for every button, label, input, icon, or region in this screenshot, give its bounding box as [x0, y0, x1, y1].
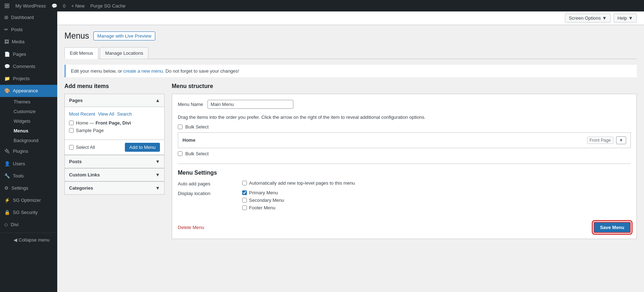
tab-manage-locations[interactable]: Manage Locations — [100, 47, 148, 59]
sidebar-item-dashboard[interactable]: ⊞ Dashboard — [0, 11, 57, 24]
page-item-sample-checkbox[interactable] — [69, 128, 74, 133]
pages-accordion-content: Most Recent View All Search Home — Front… — [65, 107, 164, 140]
screen-options-button[interactable]: Screen Options ▼ — [565, 14, 611, 23]
most-recent-tab[interactable]: Most Recent — [69, 111, 95, 117]
sidebar-item-themes[interactable]: Themes — [0, 97, 57, 107]
sidebar-item-widgets[interactable]: Widgets — [0, 116, 57, 126]
users-icon: 👤 — [4, 161, 10, 167]
sidebar-item-pages[interactable]: 📄 Pages — [0, 48, 57, 60]
wp-logo-icon[interactable]: ⊞ — [4, 2, 10, 10]
new-button[interactable]: + New — [71, 3, 84, 9]
delete-menu-link[interactable]: Delete Menu — [178, 225, 204, 230]
posts-accordion-toggle-icon: ▼ — [155, 159, 160, 164]
posts-accordion-header[interactable]: Posts ▼ — [65, 155, 164, 168]
page-title: Menus — [64, 31, 89, 42]
display-location-row: Display location Primary Menu Secondary … — [178, 190, 631, 210]
menu-settings-title: Menu Settings — [178, 170, 631, 176]
sidebar-item-sg-security[interactable]: 🔒 SG Security — [0, 206, 57, 219]
add-menu-items-panel: Add menu items Pages ▲ Most Recent View … — [64, 83, 165, 195]
save-menu-button[interactable]: Save Menu — [594, 222, 631, 233]
page-item-sample: Sample Page — [69, 128, 160, 133]
site-name[interactable]: My WordPress — [15, 3, 46, 9]
categories-accordion-header[interactable]: Categories ▼ — [65, 182, 164, 194]
sidebar-item-plugins[interactable]: 🔌 Plugins — [0, 145, 57, 157]
sidebar-item-comments[interactable]: 💬 Comments — [0, 60, 57, 73]
bulk-select-bottom-checkbox[interactable] — [178, 151, 182, 156]
pages-accordion: Pages ▲ Most Recent View All Search — [64, 94, 165, 155]
menu-item-home-badge: Front Page — [587, 137, 613, 144]
footer-menu-checkbox[interactable] — [242, 205, 247, 210]
custom-links-label: Custom Links — [69, 172, 100, 177]
bulk-select-top-checkbox[interactable] — [178, 125, 182, 129]
add-menu-items-title: Add menu items — [64, 83, 165, 89]
create-new-menu-link[interactable]: create a new menu — [123, 68, 163, 74]
menu-settings-section: Menu Settings Auto add pages Automatical… — [178, 164, 631, 210]
custom-links-accordion-header[interactable]: Custom Links ▼ — [65, 169, 164, 181]
pages-accordion-toggle-icon: ▲ — [155, 98, 160, 103]
sidebar-item-appearance[interactable]: 🎨 Appearance — [0, 85, 57, 97]
sg-security-icon: 🔒 — [4, 209, 10, 216]
categories-accordion: Categories ▼ — [64, 181, 165, 195]
auto-add-pages-label: Auto add pages — [178, 180, 235, 186]
sidebar-item-projects[interactable]: 📁 Projects — [0, 73, 57, 85]
bulk-select-bottom: Bulk Select — [178, 151, 631, 156]
menu-name-input[interactable] — [208, 100, 293, 109]
comments-nav-icon: 💬 — [4, 63, 10, 70]
menu-name-row: Menu Name — [178, 100, 631, 109]
auto-add-pages-checkbox[interactable] — [242, 181, 247, 185]
sidebar-item-settings[interactable]: ⚙ Settings — [0, 182, 57, 194]
screen-options-bar: Screen Options ▼ Help ▼ — [57, 11, 644, 25]
pages-accordion-header[interactable]: Pages ▲ — [65, 94, 164, 107]
page-item-home-checkbox[interactable] — [69, 121, 74, 125]
custom-links-toggle-icon: ▼ — [155, 172, 160, 177]
help-button[interactable]: Help ▼ — [614, 14, 637, 23]
live-preview-button[interactable]: Manage with Live Preview — [93, 31, 155, 40]
menu-structure-panel: Menu structure Menu Name Drag the items … — [172, 83, 637, 239]
sidebar-item-background[interactable]: Background — [0, 136, 57, 145]
sidebar-item-customize[interactable]: Customize — [0, 107, 57, 116]
menu-instruction: Drag the items into the order you prefer… — [178, 115, 631, 120]
divi-icon: ◇ — [4, 222, 8, 228]
sidebar-item-menus[interactable]: Menus — [0, 126, 57, 136]
main-wrapper: ⊞ Dashboard ✏ Posts 🖼 Media 📄 Pages 💬 Co… — [0, 0, 644, 292]
pages-accordion-footer: Select All Add to Menu — [65, 140, 164, 155]
comments-icon[interactable]: 💬 — [52, 3, 57, 9]
select-all-checkbox[interactable] — [69, 145, 74, 150]
auto-add-pages-option: Automatically add new top-level pages to… — [242, 180, 355, 186]
display-location-footer: Footer Menu — [242, 205, 284, 210]
purge-cache-button[interactable]: Purge SG Cache — [90, 3, 125, 9]
page-content: Menus Manage with Live Preview Edit Menu… — [57, 25, 644, 245]
collapse-icon: ◀ — [14, 237, 17, 243]
sidebar-item-media[interactable]: 🖼 Media — [0, 36, 57, 48]
menu-item-home-arrow[interactable]: ▼ — [616, 136, 626, 144]
posts-accordion: Posts ▼ — [64, 155, 165, 168]
main-content: Screen Options ▼ Help ▼ Menus Manage wit… — [57, 11, 644, 292]
appearance-icon: 🎨 — [4, 88, 10, 94]
search-tab[interactable]: Search — [117, 111, 132, 117]
sidebar-item-users[interactable]: 👤 Users — [0, 158, 57, 170]
page-item-home: Home — Front Page, Divi — [69, 120, 160, 126]
secondary-menu-checkbox[interactable] — [242, 198, 247, 203]
menu-editor: Add menu items Pages ▲ Most Recent View … — [64, 83, 637, 239]
view-all-tab[interactable]: View All — [98, 111, 114, 117]
sidebar-item-divi[interactable]: ◇ Divi — [0, 219, 57, 231]
add-to-menu-button[interactable]: Add to Menu — [125, 143, 160, 152]
sidebar-item-tools[interactable]: 🔧 Tools — [0, 170, 57, 182]
sidebar-item-sg-optimizer[interactable]: ⚡ SG Optimizer — [0, 194, 57, 206]
pages-tabs: Most Recent View All Search — [69, 111, 160, 117]
sidebar-item-posts[interactable]: ✏ Posts — [0, 24, 57, 36]
bulk-select-top-label: Bulk Select — [185, 124, 209, 130]
menu-name-label: Menu Name — [178, 102, 203, 107]
primary-menu-checkbox[interactable] — [242, 190, 247, 195]
posts-icon: ✏ — [4, 26, 8, 33]
plugins-icon: 🔌 — [4, 148, 10, 155]
posts-accordion-label: Posts — [69, 159, 82, 164]
tab-edit-menus[interactable]: Edit Menus — [64, 47, 98, 59]
categories-label: Categories — [69, 185, 93, 191]
collapse-menu-button[interactable]: ◀ Collapse menu — [0, 234, 57, 245]
custom-links-accordion: Custom Links ▼ — [64, 168, 165, 181]
admin-bar: ⊞ My WordPress 💬 0 + New Purge SG Cache — [0, 0, 644, 11]
media-icon: 🖼 — [4, 39, 9, 45]
bulk-select-top: Bulk Select — [178, 124, 631, 130]
menu-item-home-right: Front Page ▼ — [587, 136, 626, 144]
